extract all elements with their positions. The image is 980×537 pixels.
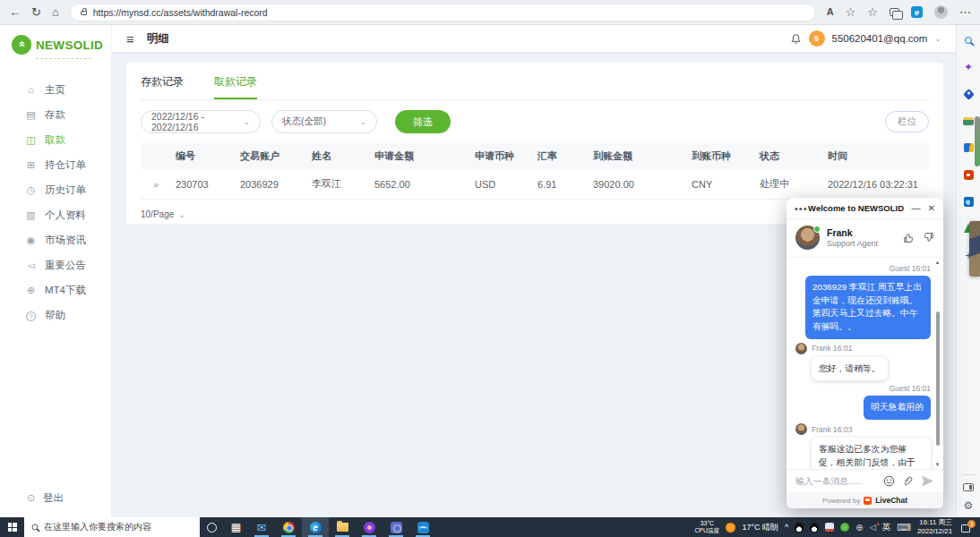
qq-icon[interactable]	[795, 523, 804, 533]
emoji-icon[interactable]	[883, 475, 895, 487]
task-view-button[interactable]: ▦	[224, 517, 248, 537]
mail-app-icon[interactable]: ✉	[248, 517, 275, 537]
action-center-button[interactable]: 3	[960, 520, 976, 534]
sidebar-nav: ⌂主页▤存款◫取款⊞持仓订单◷历史订单▥个人资料◉市场资讯◅重要公告⊕MT4下载…	[0, 77, 111, 328]
url-text[interactable]: https://mynsd.cc/assets/withdrawal-recor…	[93, 7, 268, 18]
back-icon[interactable]: ←	[9, 6, 21, 18]
user-email[interactable]: 550620401@qq.com	[832, 33, 928, 44]
minimize-icon[interactable]: —	[912, 203, 921, 213]
favorites-icon[interactable]: ☆	[846, 6, 856, 18]
send-icon[interactable]	[921, 475, 934, 487]
network-icon[interactable]: ⊕	[855, 523, 863, 533]
tab-withdrawal-records[interactable]: 取款记录	[214, 74, 257, 99]
show-hidden-icons[interactable]: ^	[785, 523, 788, 532]
date-range-select[interactable]: 2022/12/16 - 2022/12/16 ⌄	[141, 110, 261, 133]
expand-row-icon[interactable]: »	[141, 169, 171, 200]
chat-scrollbar[interactable]: ▲▼	[934, 260, 941, 467]
copilot-icon[interactable]: ✦	[962, 61, 975, 73]
tools-icon[interactable]	[962, 115, 975, 127]
sidebar-item-market-news[interactable]: ◉市场资讯	[0, 227, 111, 252]
hamburger-menu-icon[interactable]: ≡	[126, 31, 134, 47]
scroll-up-icon[interactable]: ▲	[934, 260, 941, 265]
chrome-app-icon[interactable]	[275, 517, 302, 537]
weather-icon[interactable]	[726, 523, 735, 533]
file-explorer-icon[interactable]	[329, 517, 356, 537]
browser-essentials-icon[interactable]: e	[911, 6, 923, 18]
sidebar-item-help[interactable]: ?帮助	[0, 303, 111, 328]
livechat-widget: ••• Welcome to NEWSOLID — ✕ Frank Suppor…	[787, 198, 943, 508]
cortana-button[interactable]	[200, 517, 224, 537]
address-bar[interactable]: https://mynsd.cc/assets/withdrawal-recor…	[70, 4, 816, 21]
sidebar-item-position-orders[interactable]: ⊞持仓订单	[0, 152, 111, 177]
sidebar-item-history-orders[interactable]: ◷历史订单	[0, 177, 111, 202]
thumbs-down-icon[interactable]	[923, 232, 934, 243]
agent-mini-avatar	[795, 423, 807, 435]
green-tray-icon[interactable]	[840, 523, 849, 532]
column-header: 状态	[755, 143, 823, 169]
sidebar-item-deposit[interactable]: ▤存款	[0, 102, 111, 127]
wallet-icon: ◫	[25, 134, 37, 146]
start-button[interactable]	[0, 517, 24, 537]
message-bubble: 明天急着用的	[864, 396, 931, 420]
refresh-icon[interactable]: ↻	[31, 6, 41, 18]
sidebar-item-mt4-download[interactable]: ⊕MT4下载	[0, 277, 111, 303]
cpu-temp-widget[interactable]: 33°CCPU温度	[694, 520, 719, 534]
sidebar-item-announcements[interactable]: ◅重要公告	[0, 252, 111, 277]
read-aloud-icon[interactable]: A	[827, 7, 834, 17]
sidebar-item-label: 主页	[45, 83, 65, 97]
office-icon[interactable]	[962, 168, 975, 181]
taskbar-clock[interactable]: 16:11 周三2022/12/21	[917, 518, 952, 535]
sidebar-scrollbar[interactable]	[975, 116, 980, 166]
chat-message-input[interactable]	[795, 476, 876, 486]
games-icon[interactable]	[962, 141, 975, 154]
qq-icon[interactable]	[810, 523, 819, 533]
sidebar-item-withdraw[interactable]: ◫取款	[0, 127, 111, 152]
scrollbar-thumb[interactable]	[936, 311, 940, 446]
blue-app-icon[interactable]	[383, 517, 409, 537]
sidebar-item-home[interactable]: ⌂主页	[0, 77, 111, 102]
user-avatar[interactable]: 5	[809, 30, 825, 47]
sidebar-search-icon[interactable]	[962, 34, 975, 47]
thumbs-up-icon[interactable]	[903, 232, 915, 243]
weather-text[interactable]: 17°C 晴朗	[742, 522, 778, 533]
notification-bell-icon[interactable]	[790, 33, 802, 45]
screenshot-tool-icon[interactable]	[825, 523, 834, 532]
taskbar-search-box[interactable]: 在这里输入你要搜索的内容	[24, 517, 200, 537]
agent-role: Support Agent	[827, 239, 878, 248]
livechat-brand[interactable]: LiveChat	[875, 496, 907, 505]
user-menu-caret-icon[interactable]: ⌄	[934, 34, 941, 43]
sidebar-panel-icon[interactable]	[963, 483, 974, 491]
home-icon[interactable]: ⌂	[52, 6, 59, 18]
tab-actions-icon[interactable]	[890, 8, 899, 16]
browser-menu-icon[interactable]: ⋯	[959, 6, 971, 18]
close-icon[interactable]: ✕	[928, 203, 935, 213]
sidebar-item-profile[interactable]: ▥个人资料	[0, 202, 111, 227]
columns-button[interactable]: 栏位	[885, 111, 929, 132]
outlook-icon[interactable]	[962, 195, 975, 208]
gear-icon[interactable]: ⚙	[964, 499, 974, 512]
system-tray: 33°CCPU温度 17°C 晴朗 ^ ⊕ ◁ 英 ⌨ 16:11 周三2022…	[694, 518, 980, 535]
agent-name: Frank	[827, 227, 878, 238]
attachment-icon[interactable]	[902, 475, 914, 487]
status-select[interactable]: 状态(全部) ⌄	[271, 110, 377, 133]
tab-deposit-records[interactable]: 存款记录	[141, 74, 184, 99]
profile-avatar-icon[interactable]	[934, 5, 948, 19]
teal-app-icon[interactable]	[409, 517, 436, 537]
shopping-icon[interactable]	[962, 88, 975, 100]
collections-icon[interactable]: ☆	[867, 6, 878, 18]
chat-title: Welcome to NEWSOLID	[808, 203, 905, 213]
chat-menu-icon[interactable]: •••	[795, 203, 808, 214]
filter-button[interactable]: 筛选	[395, 110, 451, 133]
purple-app-icon[interactable]	[356, 517, 383, 537]
logout-button[interactable]: ⊙ 登出	[25, 491, 64, 505]
edge-app-icon[interactable]: e	[302, 517, 329, 537]
input-language-indicator[interactable]: 英	[882, 522, 891, 533]
sidebar-item-label: MT4下载	[45, 284, 86, 297]
sidebar-item-label: 重要公告	[45, 259, 86, 272]
touch-keyboard-icon[interactable]: ⌨	[897, 522, 911, 533]
volume-muted-icon[interactable]: ◁	[870, 523, 876, 532]
agent-info-row: Frank Support Agent	[787, 219, 943, 258]
brand-logo[interactable]: » NEWSOLID	[0, 25, 111, 56]
scroll-down-icon[interactable]: ▼	[934, 462, 941, 467]
photo-preview-fragment[interactable]	[969, 221, 980, 277]
